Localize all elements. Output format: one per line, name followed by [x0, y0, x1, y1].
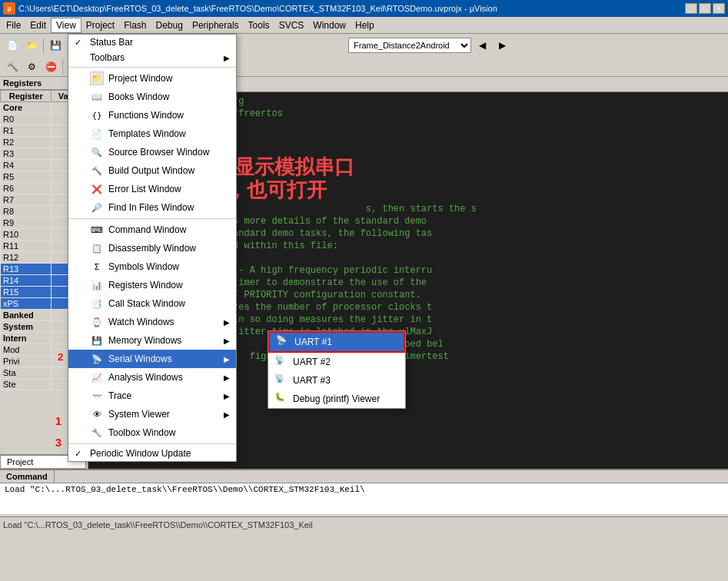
close-button[interactable]: ×: [713, 3, 725, 14]
menu-tools[interactable]: Tools: [244, 18, 274, 32]
register-name: R8: [1, 206, 52, 217]
menu-svcs[interactable]: SVCS: [274, 18, 309, 32]
memory-windows-label: Memory Windows: [108, 335, 219, 346]
register-name: Mod: [1, 344, 52, 356]
menu-item-watch-windows[interactable]: ⌚ Watch Windows ▶: [68, 313, 236, 331]
menu-item-find-in-files[interactable]: 🔎 Find In Files Window: [68, 198, 236, 217]
app-icon: µ: [3, 2, 15, 15]
serial-windows-arrow: ▶: [224, 355, 230, 364]
build-output-label: Build Output Window: [108, 165, 230, 176]
annotation-1: 1: [55, 415, 61, 427]
register-name: R5: [1, 171, 52, 183]
register-name: Sta: [1, 367, 52, 379]
menu-item-project-window[interactable]: 📁 Project Window: [68, 69, 236, 88]
analysis-windows-label: Analysis Windows: [108, 372, 219, 383]
menu-item-books-window[interactable]: 📖 Books Window: [68, 88, 236, 106]
menu-item-templates-window[interactable]: 📄 Templates Window: [68, 124, 236, 143]
menu-item-build-output[interactable]: 🔨 Build Output Window: [68, 161, 236, 180]
menu-item-error-list[interactable]: ❌ Error List Window: [68, 180, 236, 198]
periodic-update-label: Periodic Window Update: [90, 448, 230, 459]
menu-peripherals[interactable]: Peripherals: [188, 18, 244, 32]
registers-title: Registers: [3, 78, 42, 88]
submenu-debug-viewer[interactable]: 🐛 Debug (printf) Viewer: [268, 390, 405, 408]
uart2-icon: 📡: [274, 355, 288, 369]
submenu-uart3[interactable]: 📡 UART #3: [268, 371, 405, 390]
menu-item-memory-windows[interactable]: 💾 Memory Windows ▶: [68, 331, 236, 350]
menu-item-call-stack[interactable]: 📑 Call Stack Window: [68, 294, 236, 313]
submenu-uart2[interactable]: 📡 UART #2: [268, 353, 405, 371]
toolbar-btn-extra1[interactable]: ◀: [473, 37, 491, 54]
menu-item-status-bar[interactable]: ✓ Status Bar: [68, 35, 236, 50]
build-output-icon: 🔨: [90, 164, 104, 178]
menu-item-toolbars[interactable]: Toolbars ▶: [68, 50, 236, 65]
toolbox-window-label: Toolbox Window: [108, 427, 230, 438]
menu-file[interactable]: File: [2, 18, 25, 32]
register-name: R12: [1, 252, 52, 264]
maximize-button[interactable]: □: [699, 3, 711, 14]
symbols-icon: Σ: [90, 260, 104, 274]
menu-project[interactable]: Project: [81, 18, 119, 32]
menu-item-registers-window[interactable]: 📊 Registers Window: [68, 276, 236, 294]
call-stack-icon: 📑: [90, 297, 104, 310]
menu-item-toolbox-window[interactable]: 🔧 Toolbox Window: [68, 423, 236, 442]
view-menu-dropdown: ✓ Status Bar Toolbars ▶ 📁 Project Window…: [68, 34, 237, 462]
project-window-icon: 📁: [90, 71, 104, 85]
frame-distance-combo[interactable]: Frame_Distance2Android: [348, 38, 471, 53]
menu-item-trace[interactable]: 〰 Trace ▶: [68, 387, 236, 405]
rebuild-button[interactable]: ⚙: [22, 58, 41, 75]
error-list-icon: ❌: [90, 182, 104, 196]
window-controls: _ □ ×: [685, 3, 725, 14]
uart1-icon: 📡: [276, 335, 290, 349]
menu-item-symbols[interactable]: Σ Symbols Window: [68, 257, 236, 276]
books-window-icon: 📖: [90, 90, 104, 104]
source-browser-label: Source Browser Window: [108, 147, 230, 158]
build-button[interactable]: 🔨: [3, 58, 22, 75]
command-tab[interactable]: Command: [0, 470, 55, 483]
register-name: Ste: [1, 379, 52, 390]
register-name: R6: [1, 183, 52, 194]
new-button[interactable]: 📄: [3, 37, 22, 54]
menu-view[interactable]: View: [51, 18, 81, 33]
menu-help[interactable]: Help: [351, 18, 379, 32]
menu-item-disassembly[interactable]: 📋 Disassembly Window: [68, 239, 236, 257]
system-viewer-arrow: ▶: [224, 410, 230, 419]
menu-item-command-window[interactable]: ⌨ Command Window: [68, 221, 236, 239]
save-button[interactable]: 💾: [46, 37, 65, 54]
serial-windows-label: Serial Windows: [108, 354, 219, 364]
minimize-button[interactable]: _: [685, 3, 697, 14]
toolbar-btn-extra2[interactable]: ▶: [493, 37, 511, 54]
register-name: R0: [1, 114, 52, 125]
debug-viewer-label: Debug (printf) Viewer: [293, 393, 380, 404]
status-bar-check: ✓: [75, 38, 85, 48]
menu-item-functions-window[interactable]: {} Functions Window: [68, 106, 236, 124]
memory-windows-icon: 💾: [90, 334, 104, 347]
menu-debug[interactable]: Debug: [151, 18, 188, 32]
disassembly-label: Disassembly Window: [108, 243, 230, 254]
menu-item-periodic-update[interactable]: ✓ Periodic Window Update: [68, 446, 236, 461]
annotation-3: 3: [55, 437, 61, 449]
project-window-label: Project Window: [108, 73, 230, 84]
menu-window[interactable]: Window: [308, 18, 351, 32]
command-content: Load "C:\...RTOS_03_delete_task\\FreeRTO…: [0, 483, 728, 514]
find-in-files-icon: 🔎: [90, 201, 104, 214]
uart1-label: UART #1: [294, 337, 332, 347]
menu-edit[interactable]: Edit: [25, 18, 51, 32]
open-button[interactable]: 📁: [22, 37, 41, 54]
menu-item-serial-windows[interactable]: 📡 Serial Windows ▶: [68, 350, 236, 368]
templates-window-icon: 📄: [90, 127, 104, 141]
menu-item-system-viewer[interactable]: 👁 System Viewer ▶: [68, 405, 236, 423]
serial-submenu: 📡 UART #1 📡 UART #2 📡 UART #3 🐛 Debug (p…: [268, 330, 406, 409]
register-name: Privi: [1, 356, 52, 367]
stop-build-button[interactable]: ⛔: [42, 58, 60, 75]
command-header: Command: [0, 470, 728, 483]
menu-item-analysis-windows[interactable]: 📈 Analysis Windows ▶: [68, 368, 236, 387]
menu-item-source-browser[interactable]: 🔍 Source Browser Window: [68, 143, 236, 161]
status-bar: Load "C:\...RTOS_03_delete_task\\FreeRTO…: [0, 516, 728, 532]
register-name: R4: [1, 160, 52, 171]
find-in-files-label: Find In Files Window: [108, 202, 230, 213]
menu-flash[interactable]: Flash: [119, 18, 151, 32]
system-viewer-icon: 👁: [90, 407, 104, 421]
submenu-uart1[interactable]: 📡 UART #1: [268, 331, 405, 353]
register-name: R9: [1, 217, 52, 229]
sep-2: [68, 218, 236, 219]
